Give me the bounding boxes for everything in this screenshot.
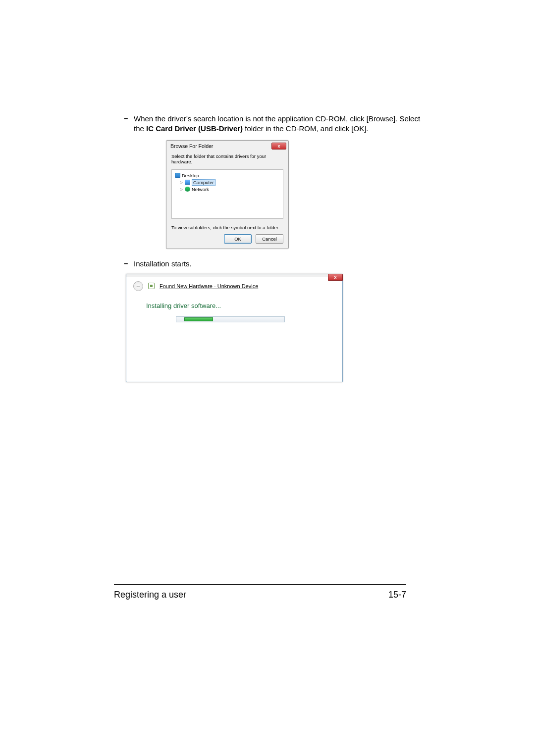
footer-page: 15-7 [388, 590, 406, 600]
progress-fill [184, 317, 213, 321]
bullet-item-1: – When the driver's search location is n… [114, 114, 421, 134]
close-button[interactable]: x [271, 143, 286, 150]
found-new-hardware-dialog: x ← Found New Hardware - Unknown Device … [126, 274, 343, 382]
dialog-buttons: OK Cancel [166, 234, 288, 249]
desktop-icon [175, 173, 180, 178]
browse-for-folder-dialog: Browse For Folder x Select the folder th… [166, 140, 289, 249]
computer-icon [185, 180, 190, 185]
dash-icon: – [114, 259, 134, 269]
tree-label-network: Network [192, 187, 209, 192]
bullet-item-2: – Installation starts. [114, 259, 421, 269]
bullet-1-bold: IC Card Driver (USB-Driver) [146, 124, 243, 133]
expand-icon[interactable]: ▷ [180, 180, 183, 185]
bullet-text-2: Installation starts. [134, 259, 421, 269]
tree-label-computer: Computer [192, 179, 215, 186]
tree-item-desktop[interactable]: Desktop [175, 173, 280, 178]
footer-row: Registering a user 15-7 [114, 590, 406, 600]
tree-label-desktop: Desktop [182, 173, 199, 178]
page-footer: Registering a user 15-7 [114, 584, 406, 600]
wizard-title: Found New Hardware - Unknown Device [160, 283, 258, 289]
wizard-titlebar: x [126, 274, 342, 277]
dialog-title: Browse For Folder [170, 143, 213, 149]
wizard-status-text: Installing driver software... [146, 302, 322, 309]
network-icon [185, 187, 190, 192]
back-button[interactable]: ← [133, 281, 143, 291]
hardware-icon [148, 283, 155, 289]
ok-button[interactable]: OK [224, 234, 252, 244]
wizard-body: Installing driver software... [126, 295, 342, 382]
bullet-1-post: folder in the CD-ROM, and click [OK]. [243, 124, 368, 133]
cancel-button[interactable]: Cancel [256, 234, 283, 244]
tree-item-computer[interactable]: ▷ Computer [175, 179, 280, 186]
footer-section: Registering a user [114, 590, 186, 600]
tree-item-network[interactable]: ▷ Network [175, 187, 280, 192]
expand-icon[interactable]: ▷ [180, 187, 183, 192]
dash-icon: – [114, 114, 134, 134]
bullet-text-1: When the driver's search location is not… [134, 114, 421, 134]
dialog-subtitle: Select the folder that contains drivers … [166, 151, 288, 167]
dialog-titlebar: Browse For Folder x [166, 141, 288, 151]
footer-rule [114, 584, 406, 585]
wizard-header: ← Found New Hardware - Unknown Device [126, 277, 342, 295]
dialog-hint: To view subfolders, click the symbol nex… [166, 224, 288, 234]
page-content: – When the driver's search location is n… [114, 114, 421, 382]
progress-bar [176, 316, 285, 322]
folder-tree[interactable]: Desktop ▷ Computer ▷ Network [171, 169, 283, 219]
close-button[interactable]: x [328, 274, 343, 281]
